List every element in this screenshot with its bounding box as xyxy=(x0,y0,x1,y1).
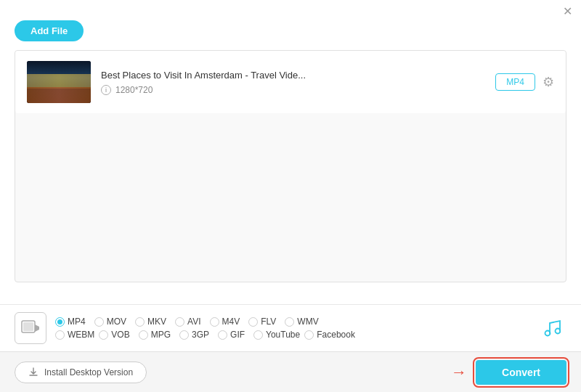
radio-mp4[interactable] xyxy=(55,317,65,327)
file-item: Best Places to Visit In Amsterdam - Trav… xyxy=(15,51,566,113)
close-button[interactable]: ✕ xyxy=(563,6,572,17)
radio-gif[interactable] xyxy=(218,330,227,340)
svg-rect-1 xyxy=(23,322,33,331)
format-avi[interactable]: AVI xyxy=(175,317,200,327)
convert-button[interactable]: Convert xyxy=(476,360,566,385)
radio-facebook[interactable] xyxy=(304,330,314,340)
video-format-icon xyxy=(15,312,46,344)
format-row-1: MP4 MOV MKV AVI M4V FLV xyxy=(55,317,529,327)
format-badge[interactable]: MP4 xyxy=(495,73,535,91)
radio-mpg[interactable] xyxy=(139,330,148,340)
file-list: Best Places to Visit In Amsterdam - Trav… xyxy=(15,50,566,282)
convert-area: → Convert xyxy=(451,360,566,385)
file-title: Best Places to Visit In Amsterdam - Trav… xyxy=(101,70,495,81)
file-controls: MP4 ⚙ xyxy=(495,73,554,91)
radio-youtube[interactable] xyxy=(253,330,263,340)
format-mp4[interactable]: MP4 xyxy=(55,317,86,327)
format-row-2: WEBM VOB MPG 3GP GIF YouTube xyxy=(55,330,529,340)
format-wmv[interactable]: WMV xyxy=(285,317,318,327)
format-mov[interactable]: MOV xyxy=(94,317,126,327)
format-mpg[interactable]: MPG xyxy=(139,330,171,340)
file-meta: i 1280*720 xyxy=(101,85,495,95)
format-youtube[interactable]: YouTube xyxy=(253,330,300,340)
file-resolution: 1280*720 xyxy=(115,85,153,95)
install-button[interactable]: Install Desktop Version xyxy=(15,362,147,383)
radio-mkv[interactable] xyxy=(135,317,145,327)
download-icon xyxy=(28,367,38,377)
music-icon xyxy=(537,314,566,343)
file-info: Best Places to Visit In Amsterdam - Trav… xyxy=(101,70,495,95)
info-icon: i xyxy=(101,85,111,95)
radio-m4v[interactable] xyxy=(210,317,219,327)
radio-3gp[interactable] xyxy=(179,330,189,340)
format-m4v[interactable]: M4V xyxy=(210,317,240,327)
top-bar: Add File xyxy=(0,20,581,50)
format-facebook[interactable]: Facebook xyxy=(304,330,355,340)
format-grid: MP4 MOV MKV AVI M4V FLV xyxy=(55,317,529,340)
radio-mov[interactable] xyxy=(94,317,104,327)
bottom-bar: Install Desktop Version → Convert xyxy=(0,351,581,392)
title-bar: ✕ xyxy=(0,0,581,20)
format-vob[interactable]: VOB xyxy=(99,330,129,340)
settings-icon[interactable]: ⚙ xyxy=(543,74,554,90)
format-gif[interactable]: GIF xyxy=(218,330,245,340)
arrow-icon: → xyxy=(451,363,467,382)
radio-webm[interactable] xyxy=(55,330,65,340)
format-flv[interactable]: FLV xyxy=(248,317,276,327)
radio-flv[interactable] xyxy=(248,317,258,327)
format-webm[interactable]: WEBM xyxy=(55,330,94,340)
file-thumbnail xyxy=(27,61,91,103)
format-area: MP4 MOV MKV AVI M4V FLV xyxy=(0,304,581,351)
radio-avi[interactable] xyxy=(175,317,184,327)
radio-wmv[interactable] xyxy=(285,317,294,327)
radio-vob[interactable] xyxy=(99,330,108,340)
svg-marker-2 xyxy=(35,324,39,332)
format-3gp[interactable]: 3GP xyxy=(179,330,209,340)
add-file-button[interactable]: Add File xyxy=(15,20,84,41)
format-mkv[interactable]: MKV xyxy=(135,317,166,327)
